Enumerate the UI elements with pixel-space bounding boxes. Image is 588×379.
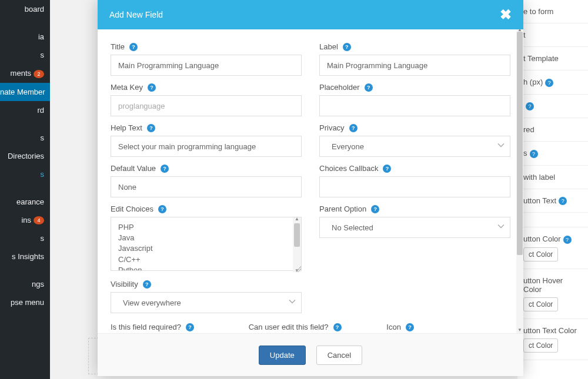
sidebar-item[interactable]: s [0, 129, 50, 147]
help-icon[interactable]: ? [559, 197, 567, 205]
modal-body-wrap: Title ? Meta Key ? H [98, 29, 523, 333]
label-input[interactable] [319, 55, 510, 76]
visibility-label: Visibility [111, 280, 138, 289]
sidebar-item[interactable]: ments2 [0, 64, 50, 83]
textarea-scrollbar[interactable]: ▲ ▼ [293, 217, 301, 272]
choices-textarea[interactable] [111, 217, 302, 271]
sidebar-item[interactable]: nate Member [0, 83, 50, 101]
option-text: utton Text Color [523, 326, 577, 335]
required-label: Is this field required? [111, 323, 181, 331]
option-row [517, 213, 588, 227]
left-column: Title ? Meta Key ? H [111, 35, 302, 313]
sidebar-item[interactable] [0, 119, 50, 129]
modal-footer: Update Cancel [98, 333, 523, 376]
notification-badge: 4 [34, 216, 44, 224]
defaultvalue-input[interactable] [111, 176, 302, 197]
option-row: t [517, 24, 588, 47]
placeholder-label: Placeholder [319, 83, 360, 92]
sidebar-item[interactable]: rd [0, 101, 50, 119]
sidebar-item[interactable]: s [0, 165, 50, 183]
option-text: t [523, 31, 526, 39]
modal-scrollbar[interactable]: ▲ ▼ [516, 29, 523, 333]
option-row: red [517, 118, 588, 142]
parentoption-select[interactable]: No Selected [319, 217, 510, 238]
select-color-button[interactable]: ct Color [523, 338, 558, 353]
defaultvalue-label: Default Value [111, 164, 156, 173]
scroll-down-icon[interactable]: ▼ [516, 327, 523, 333]
callback-input[interactable] [319, 176, 510, 197]
parentoption-label: Parent Option [319, 204, 366, 213]
close-icon[interactable]: ✖ [500, 6, 512, 23]
visibility-select[interactable]: View everywhere [111, 292, 302, 313]
help-icon[interactable]: ? [365, 83, 373, 92]
help-icon[interactable]: ? [349, 124, 358, 132]
sidebar-item[interactable]: earance [0, 193, 50, 211]
select-color-button[interactable]: ct Color [523, 297, 558, 311]
option-text: red [523, 125, 534, 134]
placeholder-input[interactable] [319, 95, 510, 116]
privacy-select[interactable]: Everyone [319, 136, 510, 157]
background-options-panel: e to formtt Templateh (px)??reds?with la… [517, 0, 588, 379]
help-icon[interactable]: ? [129, 43, 138, 51]
option-row: s? [517, 142, 588, 166]
scroll-up-icon[interactable]: ▲ [293, 216, 301, 222]
help-icon[interactable]: ? [383, 165, 391, 173]
helptext-input[interactable] [111, 136, 302, 157]
help-icon[interactable]: ? [147, 124, 155, 132]
scroll-thumb[interactable] [294, 223, 300, 247]
visibility-value: View everywhere [123, 298, 181, 307]
icon-label: Icon [386, 323, 401, 331]
help-icon[interactable]: ? [371, 205, 379, 213]
option-row: utton Color?ct Color [517, 227, 588, 269]
title-label: Title [111, 42, 125, 51]
sidebar-item[interactable]: s Insights [0, 247, 50, 266]
sidebar-item[interactable]: s [0, 46, 50, 64]
update-button[interactable]: Update [259, 346, 306, 365]
help-icon[interactable]: ? [143, 280, 151, 289]
option-row: with label [517, 166, 588, 189]
sidebar-item[interactable]: ngs [0, 275, 50, 293]
help-icon[interactable]: ? [161, 165, 169, 173]
help-icon[interactable]: ? [158, 205, 166, 213]
help-icon[interactable]: ? [186, 323, 194, 331]
option-row: utton Text Colorct Color [517, 319, 588, 360]
canedit-label: Can user edit this field? [249, 323, 329, 331]
option-text: with label [523, 173, 555, 182]
notification-badge: 2 [34, 70, 44, 78]
help-icon[interactable]: ? [343, 43, 351, 51]
title-input[interactable] [111, 55, 302, 76]
chevron-down-icon [288, 298, 296, 308]
option-text: t Template [523, 54, 559, 63]
sidebar-item[interactable]: ia [0, 28, 50, 46]
editchoices-label: Edit Choices [111, 204, 153, 213]
sidebar-item[interactable] [0, 18, 50, 28]
sidebar-item[interactable]: ins4 [0, 211, 50, 230]
scroll-thumb[interactable] [517, 32, 523, 255]
option-text: utton Hover Color [523, 276, 563, 294]
help-icon[interactable]: ? [526, 102, 534, 110]
chevron-down-icon [497, 142, 505, 152]
helptext-label: Help Text [111, 123, 142, 132]
select-color-button[interactable]: ct Color [523, 247, 558, 261]
bottom-row: Is this field required? ? No Can user ed… [111, 323, 510, 333]
help-icon[interactable]: ? [563, 236, 572, 244]
parentoption-value: No Selected [332, 223, 373, 232]
help-icon[interactable]: ? [333, 323, 342, 331]
resize-handle-icon[interactable] [295, 266, 301, 272]
help-icon[interactable]: ? [148, 83, 156, 92]
help-icon[interactable]: ? [530, 150, 538, 158]
option-text: utton Text [523, 196, 556, 205]
option-text: s [523, 149, 527, 157]
right-column: Label ? Placeholder ? [319, 35, 510, 313]
sidebar-item[interactable] [0, 266, 50, 275]
help-icon[interactable]: ? [545, 79, 553, 87]
sidebar-item[interactable] [0, 183, 50, 193]
sidebar-item[interactable]: Directories [0, 147, 50, 165]
sidebar-item[interactable]: pse menu [0, 293, 50, 311]
sidebar-item[interactable]: s [0, 229, 50, 247]
cancel-button[interactable]: Cancel [316, 346, 362, 365]
metakey-input[interactable] [111, 95, 302, 116]
option-text: e to form [523, 7, 553, 16]
sidebar-item[interactable]: board [0, 0, 50, 18]
help-icon[interactable]: ? [406, 323, 414, 331]
